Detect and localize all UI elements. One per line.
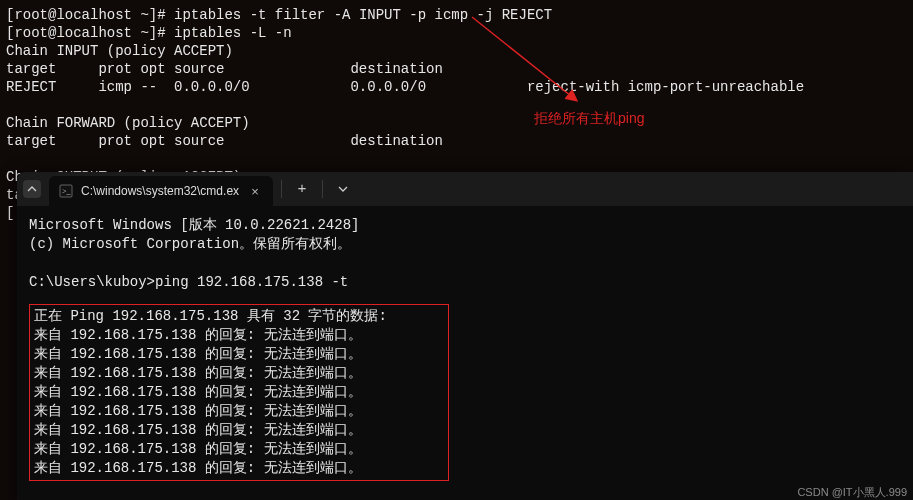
watermark: CSDN @IT小黑人.999 xyxy=(797,485,907,500)
cmd-banner: Microsoft Windows [版本 10.0.22621.2428] xyxy=(29,216,901,235)
ping-reply-line: 来自 192.168.175.138 的回复: 无法连到端口。 xyxy=(34,402,444,421)
divider xyxy=(281,180,282,198)
terminal-line: Chain FORWARD (policy ACCEPT) xyxy=(6,114,907,132)
terminal-line xyxy=(6,96,907,114)
ping-reply-line: 来自 192.168.175.138 的回复: 无法连到端口。 xyxy=(34,459,444,478)
terminal-line: REJECT icmp -- 0.0.0.0/0 0.0.0.0/0 rejec… xyxy=(6,78,907,96)
ping-reply-line: 来自 192.168.175.138 的回复: 无法连到端口。 xyxy=(34,421,444,440)
ping-header: 正在 Ping 192.168.175.138 具有 32 字节的数据: xyxy=(34,307,444,326)
annotation-top: 拒绝所有主机ping xyxy=(534,110,644,128)
cmd-icon: >_ xyxy=(59,184,73,198)
svg-text:>_: >_ xyxy=(62,187,72,196)
cmd-tab-title: C:\windows\system32\cmd.ex xyxy=(81,184,239,198)
cmd-banner: (c) Microsoft Corporation。保留所有权利。 xyxy=(29,235,901,254)
terminal-line: target prot opt source destination xyxy=(6,132,907,150)
cmd-window: >_ C:\windows\system32\cmd.ex × + Micros… xyxy=(17,172,913,500)
terminal-line xyxy=(6,150,907,168)
new-tab-button[interactable]: + xyxy=(288,175,316,203)
divider xyxy=(322,180,323,198)
ping-output-box: 正在 Ping 192.168.175.138 具有 32 字节的数据: 来自 … xyxy=(29,304,449,481)
ping-reply-line: 来自 192.168.175.138 的回复: 无法连到端口。 xyxy=(34,326,444,345)
terminal-line: [root@localhost ~]# iptables -t filter -… xyxy=(6,6,907,24)
terminal-line: target prot opt source destination xyxy=(6,60,907,78)
cmd-body[interactable]: Microsoft Windows [版本 10.0.22621.2428] (… xyxy=(17,206,913,491)
ping-reply-line: 来自 192.168.175.138 的回复: 无法连到端口。 xyxy=(34,364,444,383)
cmd-titlebar: >_ C:\windows\system32\cmd.ex × + xyxy=(17,172,913,206)
terminal-line: Chain INPUT (policy ACCEPT) xyxy=(6,42,907,60)
ping-reply-line: 来自 192.168.175.138 的回复: 无法连到端口。 xyxy=(34,383,444,402)
blank-line xyxy=(29,254,901,273)
cmd-tab[interactable]: >_ C:\windows\system32\cmd.ex × xyxy=(49,176,273,206)
tab-dropdown-button[interactable] xyxy=(329,175,357,203)
cmd-prompt-line: C:\Users\kuboy>ping 192.168.175.138 -t xyxy=(29,273,901,292)
ping-reply-line: 来自 192.168.175.138 的回复: 无法连到端口。 xyxy=(34,345,444,364)
chevron-down-icon xyxy=(338,184,348,194)
close-tab-button[interactable]: × xyxy=(247,183,263,199)
titlebar-actions: + xyxy=(279,175,357,203)
window-menu-icon[interactable] xyxy=(23,180,41,198)
terminal-line: [root@localhost ~]# iptables -L -n xyxy=(6,24,907,42)
ping-reply-line: 来自 192.168.175.138 的回复: 无法连到端口。 xyxy=(34,440,444,459)
